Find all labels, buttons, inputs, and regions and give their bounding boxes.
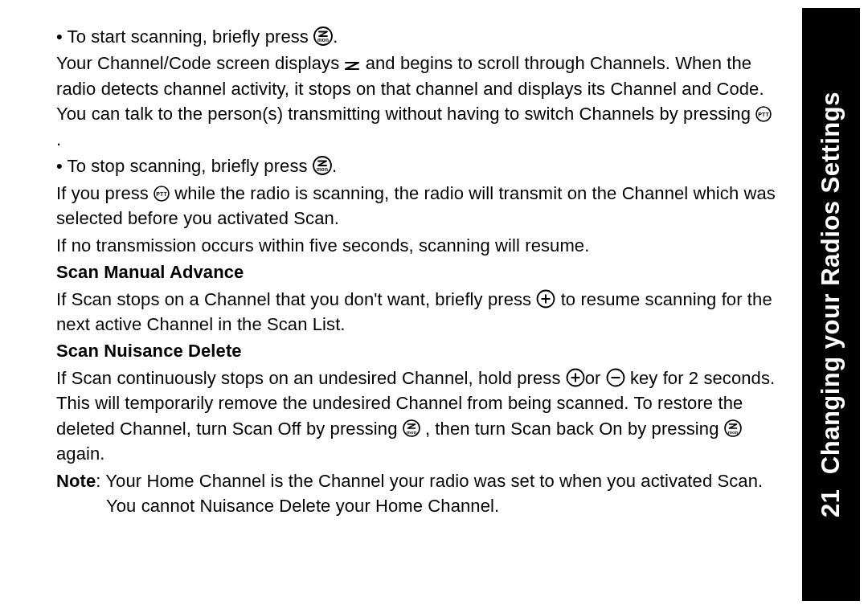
heading-scan-manual-advance: Scan Manual Advance: [56, 260, 776, 284]
text: , then turn Scan back On by pressing: [420, 419, 724, 439]
paragraph-ptt-during-scan: If you press while the radio is scanning…: [56, 181, 776, 231]
text: .: [56, 129, 61, 149]
page-body: • To start scanning, briefly press . You…: [56, 24, 776, 521]
text: or: [585, 368, 606, 388]
manual-page: • To start scanning, briefly press . You…: [0, 0, 868, 609]
plus-button-icon: [536, 289, 555, 309]
ptt-button-icon: [154, 186, 170, 202]
zmon-button-icon: [313, 27, 333, 46]
scan-glyph-icon: [344, 60, 360, 72]
text: If you press: [56, 183, 154, 203]
text: • To start scanning, briefly press: [56, 27, 309, 47]
paragraph-manual-advance: If Scan stops on a Channel that you don'…: [56, 287, 776, 337]
note-label: Note: [56, 471, 96, 491]
sidebar-tab: 21 Changing your Radios Settings: [802, 8, 860, 601]
paragraph-note: Note: Your Home Channel is the Channel y…: [56, 468, 776, 519]
text: If Scan stops on a Channel that you don'…: [56, 289, 536, 309]
ptt-button-icon: [755, 106, 772, 122]
plus-button-icon: [566, 368, 585, 387]
note-text: : Your Home Channel is the Channel your …: [96, 471, 763, 516]
zmon-button-icon: [403, 419, 420, 437]
text: Your Channel/Code screen displays: [56, 53, 344, 73]
heading-scan-nuisance-delete: Scan Nuisance Delete: [56, 338, 776, 363]
zmon-button-icon: [313, 156, 332, 175]
paragraph-stop-scan: • To stop scanning, briefly press .: [56, 153, 776, 178]
minus-button-icon: [606, 368, 625, 387]
zmon-button-icon: [724, 419, 742, 437]
paragraph-nuisance-delete: If Scan continuously stops on an undesir…: [56, 366, 776, 467]
paragraph-resume: If no transmission occurs within five se…: [56, 233, 776, 258]
section-title: Changing your Radios Settings: [817, 92, 845, 474]
text: If Scan continuously stops on an undesir…: [56, 368, 566, 388]
page-number: 21: [817, 488, 845, 517]
text: • To stop scanning, briefly press: [56, 156, 308, 176]
text: again.: [56, 443, 105, 464]
text: .: [333, 27, 338, 47]
paragraph-start-scan: • To start scanning, briefly press .: [56, 24, 776, 49]
paragraph-channel-code: Your Channel/Code screen displays and be…: [56, 51, 776, 152]
text: .: [332, 156, 337, 176]
sidebar-label: 21 Changing your Radios Settings: [817, 92, 845, 517]
